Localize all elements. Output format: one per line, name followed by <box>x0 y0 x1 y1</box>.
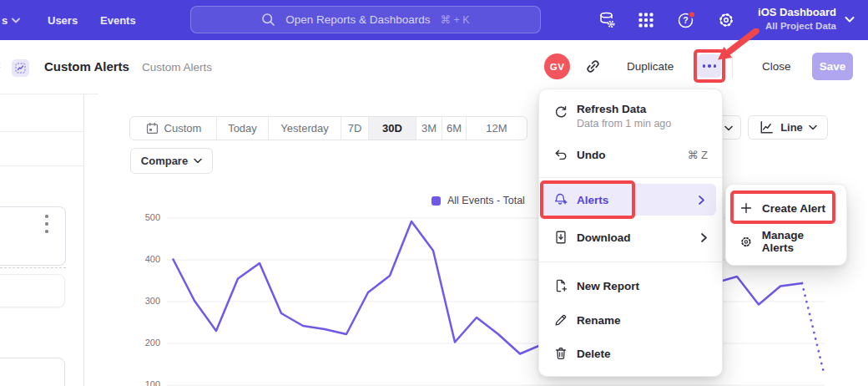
line-chart-icon <box>759 119 775 135</box>
copy-link-icon[interactable] <box>584 58 602 75</box>
svg-text:?: ? <box>683 15 688 25</box>
refresh-icon <box>553 105 568 120</box>
date-range-12m[interactable]: 12M <box>466 117 527 140</box>
legend-label: All Events - Total <box>447 195 525 206</box>
new-report-icon <box>553 278 568 293</box>
query-card[interactable] <box>0 274 65 307</box>
compare-button[interactable]: Compare <box>130 148 213 174</box>
pencil-icon <box>553 312 568 328</box>
chevron-down-icon <box>724 125 733 131</box>
chevron-down-icon <box>194 158 202 164</box>
top-navbar: s Users Events Open Reports & Dashboards… <box>0 0 868 40</box>
close-button[interactable]: Close <box>762 60 791 73</box>
submenu-item-create-alert[interactable]: Create Alert <box>726 191 846 225</box>
chevron-down-icon <box>845 16 855 23</box>
content-divider <box>83 94 84 386</box>
sidebar-divider <box>0 165 83 166</box>
submenu-item-manage-alerts[interactable]: Manage Alerts <box>726 225 846 258</box>
chevron-right-icon <box>700 232 708 243</box>
bell-plus-icon <box>553 192 568 207</box>
project-scope: All Project Data <box>758 20 836 32</box>
breadcrumb: Custom Alerts <box>142 61 212 74</box>
date-range-7d[interactable]: 7D <box>341 117 368 140</box>
nav-item-events[interactable]: Events <box>100 0 136 40</box>
menu-divider <box>539 177 722 178</box>
date-range-yesterday[interactable]: Yesterday <box>268 117 341 140</box>
gear-icon <box>739 235 753 249</box>
trash-icon <box>553 346 568 361</box>
menu-item-refresh-data[interactable]: Refresh Data Data from 1 min ago <box>539 94 722 138</box>
report-icon <box>12 59 29 77</box>
legend-item[interactable]: All Events - Total <box>431 195 525 206</box>
notification-dot <box>689 12 694 18</box>
search-icon <box>261 13 275 27</box>
chevron-down-icon <box>809 124 817 130</box>
more-options-menu: Refresh Data Data from 1 min ago Undo ⌘ … <box>538 89 723 377</box>
download-icon <box>553 230 568 245</box>
date-range-30d[interactable]: 30D <box>368 117 416 140</box>
date-range-3m[interactable]: 3M <box>416 117 442 140</box>
settings-gear-icon[interactable] <box>717 11 735 29</box>
menu-item-download[interactable]: Download <box>539 219 722 256</box>
y-tick-label: 500 <box>132 212 160 222</box>
plus-icon <box>739 201 753 215</box>
legend-swatch <box>431 196 441 206</box>
search-input[interactable]: Open Reports & Dashboards ⌘ + K <box>190 6 541 33</box>
chart-type-button[interactable]: Line <box>748 115 828 140</box>
project-name: iOS Dashboard <box>758 5 836 20</box>
more-options-button[interactable] <box>698 54 721 78</box>
save-button[interactable]: Save <box>812 53 853 80</box>
report-header: ‹ Custom Alerts Custom Alerts GV Duplica… <box>0 40 868 94</box>
sidebar-divider <box>0 131 83 132</box>
date-range-selector: Custom Today Yesterday 7D 30D 3M 6M 12M <box>129 116 527 140</box>
series-line-dotted-tail <box>802 283 824 373</box>
menu-item-new-report[interactable]: New Report <box>539 268 722 303</box>
search-placeholder: Open Reports & Dashboards <box>285 13 430 26</box>
header-divider <box>732 53 733 79</box>
y-tick-label: 200 <box>132 338 160 348</box>
project-switcher[interactable]: iOS Dashboard All Project Data <box>758 5 836 32</box>
date-range-custom[interactable]: Custom <box>130 117 216 140</box>
menu-item-alerts[interactable]: Alerts <box>542 184 716 216</box>
avatar[interactable]: GV <box>544 53 570 79</box>
drop-zone-dashed-line <box>0 267 66 268</box>
help-icon[interactable]: ? <box>677 11 695 29</box>
date-range-today[interactable]: Today <box>216 117 268 140</box>
y-tick-label: 100 <box>132 379 160 386</box>
duplicate-button[interactable]: Duplicate <box>627 60 674 73</box>
chevron-down-icon <box>12 18 20 23</box>
query-card[interactable] <box>0 206 66 266</box>
y-tick-label: 300 <box>132 296 160 306</box>
undo-icon <box>553 147 568 162</box>
refresh-data-subtitle: Data from 1 min ago <box>577 118 671 130</box>
query-card[interactable] <box>0 358 65 386</box>
chevron-right-icon <box>698 195 705 206</box>
menu-item-delete[interactable]: Delete <box>539 337 722 370</box>
nav-item-users[interactable]: Users <box>48 0 78 40</box>
page-title: Custom Alerts <box>44 59 129 74</box>
data-management-icon[interactable] <box>598 11 616 29</box>
menu-item-rename[interactable]: Rename <box>539 303 722 337</box>
kebab-menu-icon[interactable] <box>45 215 48 233</box>
alerts-submenu: Create Alert Manage Alerts <box>725 184 847 266</box>
y-tick-label: 400 <box>132 254 160 264</box>
date-range-6m[interactable]: 6M <box>442 117 466 140</box>
search-shortcut: ⌘ + K <box>441 13 470 26</box>
calendar-icon <box>145 121 159 135</box>
menu-item-undo[interactable]: Undo ⌘ Z <box>539 138 722 171</box>
nav-item-partial[interactable]: s <box>2 0 20 40</box>
apps-grid-icon[interactable] <box>637 11 655 29</box>
menu-divider <box>539 262 722 262</box>
undo-shortcut: ⌘ Z <box>687 149 708 161</box>
collapse-chevron-fragment[interactable]: ‹ <box>0 57 1 71</box>
